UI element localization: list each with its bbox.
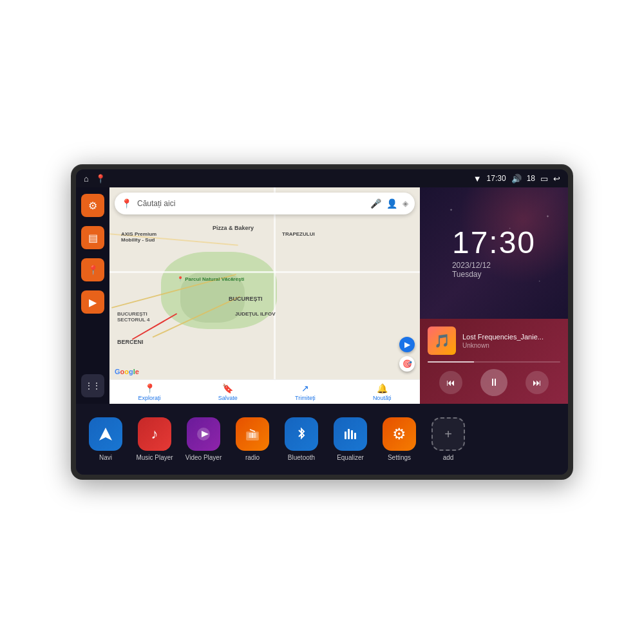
sidebar-maps-btn[interactable]: 📍 xyxy=(81,258,104,281)
progress-fill xyxy=(428,361,474,363)
news-label: Noutăți xyxy=(373,395,392,401)
map-bottom-bar: 📍 Explorați 🔖 Salvate ↗ Trimiteți 🔔 xyxy=(109,379,420,404)
map-label-ilfov: JUDEȚUL ILFOV xyxy=(235,311,276,317)
app-settings[interactable]: ⚙ Settings xyxy=(380,417,419,461)
sidebar-grid-btn[interactable]: ⋮⋮ xyxy=(81,374,104,397)
google-maps-icon: 📍 xyxy=(121,198,132,209)
files-icon: ▤ xyxy=(88,232,98,244)
pause-icon: ⏸ xyxy=(489,377,499,388)
radio-label: radio xyxy=(245,454,260,461)
clock-content: 17:30 2023/12/12 Tuesday xyxy=(452,227,536,279)
map-label-parc: 📍 Parcul Natural Văcărești xyxy=(177,276,244,282)
add-icon: + xyxy=(431,417,465,451)
sidebar-files-btn[interactable]: ▤ xyxy=(81,226,104,249)
music-artist: Unknown xyxy=(462,342,560,349)
app-grid-container: Navi ♪ Music Player Video Player xyxy=(76,404,568,475)
app-bluetooth[interactable]: Bluetooth xyxy=(282,417,321,461)
status-right: ▼ 17:30 🔊 18 ▭ ↩ xyxy=(473,174,560,184)
profile-icon[interactable]: 👤 xyxy=(386,198,397,209)
map-label-sector4: BUCUREȘTISECTORUL 4 xyxy=(117,311,149,323)
map-label-pizza: Pizza & Bakery xyxy=(213,225,254,231)
video-player-label: Video Player xyxy=(185,454,222,461)
map-nav-send[interactable]: ↗ Trimiteți xyxy=(295,383,316,401)
app-music-player[interactable]: ♪ Music Player xyxy=(135,417,174,461)
wifi-icon: ▼ xyxy=(473,174,482,184)
map-nav-explore[interactable]: 📍 Explorați xyxy=(138,383,161,401)
map-location-btn[interactable]: ▶ xyxy=(399,337,415,352)
map-pin-icon: 📍 xyxy=(88,265,99,275)
music-widget: 🎵 Lost Frequencies_Janie... Unknown ⏮ xyxy=(420,319,568,404)
music-info: 🎵 Lost Frequencies_Janie... Unknown xyxy=(428,327,560,355)
video-player-icon xyxy=(187,417,220,451)
music-player-icon: ♪ xyxy=(138,417,171,451)
map-widget[interactable]: AXIS PremiumMobility - Sud Pizza & Baker… xyxy=(109,187,420,404)
news-icon: 🔔 xyxy=(377,383,388,393)
mic-icon[interactable]: 🎤 xyxy=(370,198,381,209)
status-bar: ⌂ 📍 ▼ 17:30 🔊 18 ▭ ↩ xyxy=(76,169,568,187)
app-navi[interactable]: Navi xyxy=(86,417,125,461)
map-container: AXIS PremiumMobility - Sud Pizza & Baker… xyxy=(109,187,420,404)
settings-app-icon: ⚙ xyxy=(383,417,416,451)
navigate-icon: ▶ xyxy=(89,296,97,308)
map-compass-btn[interactable]: 🎯 xyxy=(399,356,415,372)
saved-icon: 🔖 xyxy=(222,383,233,393)
bluetooth-label: Bluetooth xyxy=(288,454,315,461)
album-art-icon: 🎵 xyxy=(434,333,450,348)
settings-icon: ⚙ xyxy=(88,200,97,212)
map-search-text[interactable]: Căutați aici xyxy=(137,199,365,208)
app-add[interactable]: + add xyxy=(429,417,468,461)
saved-label: Salvate xyxy=(218,395,238,401)
prev-button[interactable]: ⏮ xyxy=(439,371,462,394)
clock-date: 2023/12/12 Tuesday xyxy=(452,261,491,279)
equalizer-icon xyxy=(334,417,367,451)
send-label: Trimiteți xyxy=(295,395,316,401)
next-icon: ⏭ xyxy=(533,377,542,388)
add-label: add xyxy=(443,454,454,461)
map-label-trap: TRAPEZULUI xyxy=(282,231,315,237)
map-label-berceni: BERCENI xyxy=(117,339,144,345)
right-panel: ✦ ✦ ✦ ✦ ✦ 17:30 2023/12/12 Tuesday xyxy=(420,187,568,404)
bluetooth-icon xyxy=(285,417,318,451)
equalizer-label: Equalizer xyxy=(337,454,364,461)
music-title: Lost Frequencies_Janie... xyxy=(462,333,560,341)
clock-day-value: Tuesday xyxy=(452,270,482,279)
app-grid: Navi ♪ Music Player Video Player xyxy=(86,417,468,461)
map-label-axis: AXIS PremiumMobility - Sud xyxy=(121,231,156,243)
app-radio[interactable]: radio xyxy=(233,417,272,461)
map-search-bar[interactable]: 📍 Căutați aici 🎤 👤 ◈ xyxy=(115,193,415,214)
album-art: 🎵 xyxy=(428,327,456,355)
svg-rect-12 xyxy=(348,429,350,439)
play-pause-button[interactable]: ⏸ xyxy=(480,369,507,396)
layers-icon[interactable]: ◈ xyxy=(402,199,408,208)
map-nav-saved[interactable]: 🔖 Salvate xyxy=(218,383,238,401)
volume-icon: 🔊 xyxy=(511,174,522,184)
google-logo: Google xyxy=(115,368,139,375)
svg-rect-13 xyxy=(351,430,353,439)
explore-icon: 📍 xyxy=(144,383,155,393)
app-equalizer[interactable]: Equalizer xyxy=(331,417,370,461)
explore-label: Explorați xyxy=(138,395,161,401)
back-icon[interactable]: ↩ xyxy=(553,174,560,184)
map-label-buc: BUCUREȘTI xyxy=(229,296,263,302)
app-video-player[interactable]: Video Player xyxy=(184,417,223,461)
map-nav-news[interactable]: 🔔 Noutăți xyxy=(373,383,392,401)
screen: ⌂ 📍 ▼ 17:30 🔊 18 ▭ ↩ ⚙ ▤ xyxy=(76,169,568,475)
svg-marker-0 xyxy=(99,428,112,440)
svg-rect-14 xyxy=(354,433,356,439)
music-controls: ⏮ ⏸ ⏭ xyxy=(428,369,560,396)
device: ⌂ 📍 ▼ 17:30 🔊 18 ▭ ↩ ⚙ ▤ xyxy=(71,164,573,480)
music-player-label: Music Player xyxy=(136,454,173,461)
status-left: ⌂ 📍 xyxy=(84,174,106,184)
radio-icon xyxy=(236,417,269,451)
status-time: 17:30 xyxy=(487,174,506,183)
battery-level: 18 xyxy=(527,174,535,183)
sidebar-navi-btn[interactable]: ▶ xyxy=(81,290,104,314)
maps-icon[interactable]: 📍 xyxy=(95,174,106,184)
navi-label: Navi xyxy=(99,454,112,461)
home-icon[interactable]: ⌂ xyxy=(84,174,89,184)
svg-rect-11 xyxy=(345,431,346,439)
sidebar-settings-btn[interactable]: ⚙ xyxy=(81,194,104,217)
settings-app-label: Settings xyxy=(388,454,411,461)
progress-bar[interactable] xyxy=(428,361,560,363)
next-button[interactable]: ⏭ xyxy=(526,371,549,394)
